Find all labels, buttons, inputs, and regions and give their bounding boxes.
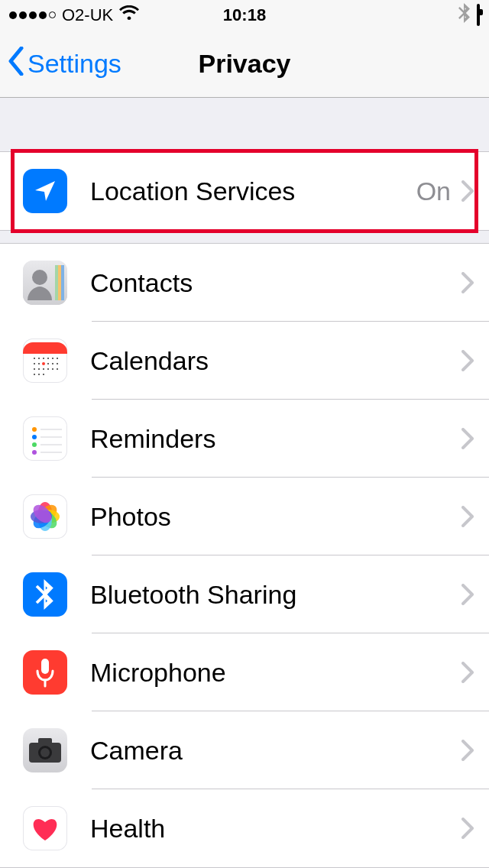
svg-point-20 <box>52 368 53 370</box>
nav-bar: Settings Privacy <box>0 31 489 98</box>
status-left: O2-UK <box>9 5 139 25</box>
svg-point-47 <box>40 748 50 757</box>
calendars-icon <box>23 338 67 383</box>
svg-point-29 <box>32 450 37 455</box>
chevron-right-icon <box>461 506 474 527</box>
svg-point-23 <box>38 374 40 375</box>
svg-rect-3 <box>58 265 61 300</box>
svg-point-19 <box>47 368 49 370</box>
wifi-icon <box>119 5 139 25</box>
svg-point-10 <box>57 358 58 359</box>
row-label: Photos <box>90 502 461 532</box>
row-bluetooth-sharing[interactable]: Bluetooth Sharing <box>0 555 489 633</box>
svg-point-24 <box>43 374 44 375</box>
camera-icon <box>23 728 67 772</box>
chevron-right-icon <box>461 662 474 683</box>
bluetooth-status-icon <box>458 3 471 28</box>
svg-point-17 <box>38 368 40 370</box>
back-button[interactable]: Settings <box>8 47 121 82</box>
row-label: Bluetooth Sharing <box>90 580 461 610</box>
row-label: Microphone <box>90 658 461 688</box>
section-gap-small <box>0 231 489 243</box>
svg-point-6 <box>38 358 40 359</box>
row-reminders[interactable]: Reminders <box>0 400 489 478</box>
list-group-1: Location Services On <box>0 151 489 231</box>
svg-rect-4 <box>61 265 64 300</box>
status-right <box>458 3 480 28</box>
carrier-label: O2-UK <box>62 5 113 25</box>
svg-rect-2 <box>55 265 58 300</box>
svg-point-5 <box>34 358 35 359</box>
svg-point-15 <box>57 363 58 364</box>
svg-point-7 <box>43 358 44 359</box>
row-label: Camera <box>90 736 461 766</box>
svg-point-16 <box>34 368 35 370</box>
svg-point-1 <box>32 270 47 285</box>
svg-point-25 <box>42 362 45 365</box>
chevron-right-icon <box>461 272 474 293</box>
svg-point-28 <box>32 442 37 447</box>
svg-point-26 <box>32 427 37 432</box>
row-location-services[interactable]: Location Services On <box>0 152 489 230</box>
row-contacts[interactable]: Contacts <box>0 244 489 322</box>
row-label: Health <box>90 814 461 844</box>
back-label: Settings <box>28 49 121 79</box>
svg-point-22 <box>34 374 35 375</box>
row-value: On <box>416 177 451 206</box>
svg-point-21 <box>57 368 58 370</box>
svg-rect-42 <box>41 659 49 674</box>
bluetooth-icon <box>23 572 67 617</box>
back-chevron-icon <box>8 47 24 82</box>
reminders-icon <box>23 416 67 461</box>
row-camera[interactable]: Camera <box>0 711 489 789</box>
contacts-icon <box>23 261 67 305</box>
row-photos[interactable]: Photos <box>0 478 489 555</box>
signal-dots-icon <box>9 11 56 19</box>
svg-point-8 <box>47 358 49 359</box>
section-gap <box>0 98 489 151</box>
microphone-icon <box>23 650 67 695</box>
svg-point-18 <box>43 368 44 370</box>
chevron-right-icon <box>461 740 474 761</box>
status-bar: O2-UK 10:18 <box>0 0 489 31</box>
chevron-right-icon <box>461 428 474 449</box>
row-label: Calendars <box>90 346 461 376</box>
row-label: Reminders <box>90 424 461 454</box>
location-icon <box>23 169 67 213</box>
row-microphone[interactable]: Microphone <box>0 633 489 711</box>
svg-point-12 <box>38 363 40 364</box>
svg-point-13 <box>47 363 49 364</box>
row-label: Location Services <box>90 177 416 206</box>
row-calendars[interactable]: Calendars <box>0 322 489 400</box>
svg-rect-45 <box>38 738 52 744</box>
list-group-2: Contacts Calendars <box>0 243 489 868</box>
svg-point-11 <box>34 363 35 364</box>
battery-icon <box>477 5 480 25</box>
svg-point-9 <box>52 358 53 359</box>
chevron-right-icon <box>461 180 474 202</box>
chevron-right-icon <box>461 818 474 839</box>
svg-point-14 <box>52 363 53 364</box>
svg-point-27 <box>32 435 37 439</box>
chevron-right-icon <box>461 584 474 605</box>
chevron-right-icon <box>461 350 474 371</box>
health-icon <box>23 806 67 850</box>
row-label: Contacts <box>90 268 461 298</box>
row-health[interactable]: Health <box>0 789 489 867</box>
photos-icon <box>23 494 67 539</box>
